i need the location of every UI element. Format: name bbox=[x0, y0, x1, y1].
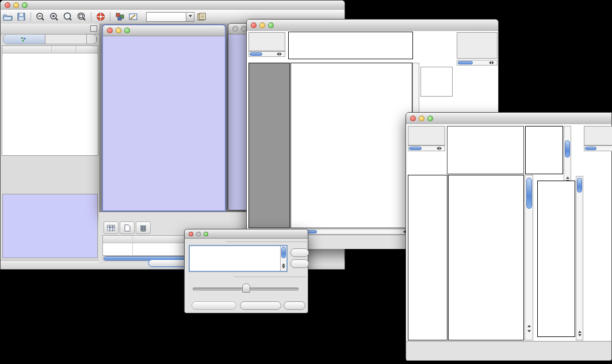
tab-vizmapper[interactable] bbox=[45, 35, 87, 44]
tv1-matrix-canvas[interactable] bbox=[421, 67, 452, 96]
float-panel-icon[interactable] bbox=[90, 25, 97, 32]
done-button[interactable] bbox=[284, 301, 305, 310]
scroll-thumb[interactable] bbox=[565, 140, 570, 158]
minimize-button[interactable] bbox=[259, 22, 265, 28]
help-lifering-icon[interactable] bbox=[94, 11, 108, 22]
tv2-column-dendrogram-area[interactable] bbox=[447, 126, 524, 174]
tv1-row-dendrogram[interactable] bbox=[248, 63, 290, 228]
control-panel-header bbox=[1, 24, 100, 35]
tv1-heatmap-canvas[interactable] bbox=[291, 63, 412, 228]
tv2-heatmap[interactable] bbox=[448, 175, 524, 340]
minimize-button[interactable] bbox=[419, 116, 424, 121]
network-view-canvas-1[interactable] bbox=[103, 36, 225, 210]
open-folder-icon[interactable] bbox=[1, 11, 14, 22]
network-tab-icon bbox=[21, 37, 26, 42]
table-icon[interactable] bbox=[104, 221, 118, 234]
birdseye-view[interactable] bbox=[2, 194, 98, 258]
search-dropdown-icon[interactable] bbox=[186, 12, 194, 22]
scroll-thumb[interactable] bbox=[458, 61, 473, 64]
animation-speed-slider-thumb[interactable] bbox=[242, 283, 250, 293]
scroll-right-icon[interactable] bbox=[492, 61, 496, 64]
scroll-left-icon[interactable] bbox=[487, 61, 491, 64]
scroll-thumb[interactable] bbox=[409, 147, 422, 150]
tv1-column-dendrogram-canvas[interactable] bbox=[289, 32, 412, 59]
zoom-fit-icon[interactable] bbox=[75, 11, 89, 22]
control-panel-title bbox=[3, 25, 90, 33]
network-list-header[interactable] bbox=[2, 46, 98, 53]
tv1-titlebar[interactable] bbox=[247, 20, 498, 32]
minimize-button[interactable] bbox=[116, 28, 121, 33]
move-down-button[interactable] bbox=[290, 259, 309, 268]
tv2-titlebar[interactable] bbox=[406, 113, 611, 125]
scroll-down-icon[interactable] bbox=[578, 334, 582, 338]
tv2-heatmap-canvas[interactable] bbox=[449, 175, 523, 340]
scroll-left-icon[interactable] bbox=[401, 230, 406, 233]
dialog-titlebar[interactable] bbox=[185, 229, 308, 239]
scroll-thumb[interactable] bbox=[526, 178, 532, 209]
close-button[interactable] bbox=[410, 116, 416, 121]
minimize-button[interactable] bbox=[196, 232, 201, 236]
zoom-button[interactable] bbox=[22, 2, 28, 8]
attribute-list[interactable] bbox=[189, 245, 288, 272]
scroll-down-icon[interactable] bbox=[282, 266, 285, 270]
scroll-thumb[interactable] bbox=[577, 178, 582, 193]
close-button[interactable] bbox=[5, 2, 10, 8]
scroll-thumb[interactable] bbox=[585, 147, 596, 150]
tv2-collabel-scrollbar[interactable] bbox=[564, 126, 571, 186]
scroll-left-icon[interactable] bbox=[275, 52, 279, 56]
close-button[interactable] bbox=[107, 28, 113, 33]
new-doc-icon[interactable] bbox=[120, 221, 135, 234]
tv2-zoom-heatmap-canvas[interactable] bbox=[538, 181, 575, 336]
tv1-status-scrollbar[interactable] bbox=[248, 51, 285, 57]
search-index-icon[interactable] bbox=[194, 11, 208, 22]
zoom-button[interactable] bbox=[268, 22, 274, 28]
tv1-column-dendrogram[interactable] bbox=[288, 32, 413, 59]
tv1-hints-scrollbar[interactable] bbox=[457, 60, 498, 66]
main-titlebar[interactable] bbox=[1, 1, 345, 10]
trash-icon[interactable] bbox=[136, 221, 151, 234]
create-vizmap-button[interactable] bbox=[240, 301, 281, 310]
scroll-down-icon[interactable] bbox=[527, 330, 531, 334]
zoom-button[interactable] bbox=[427, 116, 433, 121]
tv2-row-dendrogram[interactable] bbox=[408, 175, 447, 340]
zoom-out-icon[interactable] bbox=[33, 11, 47, 22]
move-up-button[interactable] bbox=[290, 248, 309, 257]
zoom-button[interactable] bbox=[124, 28, 130, 33]
search-input[interactable] bbox=[146, 12, 186, 22]
close-button[interactable] bbox=[189, 232, 193, 236]
zoom-selected-icon[interactable] bbox=[61, 11, 75, 22]
tv2-zoom-heatmap[interactable] bbox=[537, 181, 575, 337]
tv2-hints-scrollbar[interactable] bbox=[584, 145, 612, 151]
save-icon[interactable] bbox=[14, 11, 28, 22]
zoom-in-icon[interactable] bbox=[47, 11, 61, 22]
tv1-heatmap[interactable] bbox=[290, 63, 412, 228]
tv2-vscrollbar[interactable] bbox=[525, 175, 533, 340]
scroll-right-icon[interactable] bbox=[439, 147, 443, 150]
tv2-column-labels bbox=[525, 126, 563, 174]
birdseye-canvas[interactable] bbox=[3, 194, 96, 256]
scroll-up-icon[interactable] bbox=[282, 262, 285, 266]
tv2-status-scrollbar[interactable] bbox=[408, 145, 445, 151]
tv1-row-dendrogram-canvas[interactable] bbox=[249, 63, 289, 228]
vizmapper-palette-icon[interactable] bbox=[113, 11, 127, 22]
tab-network[interactable] bbox=[3, 35, 45, 44]
zoom-button[interactable] bbox=[204, 232, 208, 236]
tv1-correlation-matrix[interactable] bbox=[420, 67, 453, 97]
close-button[interactable] bbox=[251, 22, 257, 28]
scroll-thumb[interactable] bbox=[250, 52, 262, 56]
scroll-right-icon[interactable] bbox=[280, 52, 284, 56]
tab-overflow-arrow[interactable] bbox=[87, 35, 97, 44]
scroll-thumb[interactable] bbox=[281, 247, 286, 258]
close-button[interactable] bbox=[232, 26, 238, 32]
tv2-zoom-scrollbar[interactable] bbox=[576, 176, 583, 340]
scroll-left-icon[interactable] bbox=[435, 147, 439, 150]
scroll-up-icon[interactable] bbox=[578, 329, 582, 333]
scroll-up-icon[interactable] bbox=[527, 323, 531, 327]
annotation-icon[interactable] bbox=[127, 11, 140, 22]
tv2-row-dendrogram-canvas[interactable] bbox=[408, 175, 447, 340]
animate-vizmap-button[interactable] bbox=[192, 301, 236, 310]
netwin1-titlebar[interactable] bbox=[103, 25, 225, 36]
attribute-list-scrollbar[interactable] bbox=[280, 246, 286, 271]
minimize-button[interactable] bbox=[13, 2, 19, 8]
scroll-up-icon[interactable] bbox=[566, 175, 569, 179]
